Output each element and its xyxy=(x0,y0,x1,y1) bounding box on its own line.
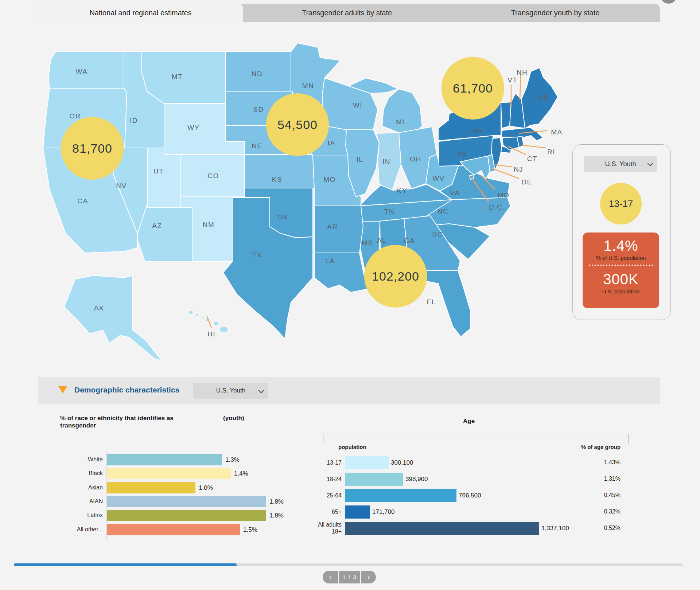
race-bar-value: 1.4% xyxy=(234,470,248,477)
age-percent-value: 1.43% xyxy=(573,459,621,466)
state-MT[interactable] xyxy=(142,52,225,103)
race-row-label: Asian xyxy=(44,484,103,491)
state-label-WA: WA xyxy=(76,68,88,75)
age-bar-65[interactable] xyxy=(345,505,370,519)
age-row-label: 65+ xyxy=(287,508,342,515)
state-label-CT: CT xyxy=(527,155,537,163)
state-label-MS: MS xyxy=(362,239,373,247)
population-value: 300K xyxy=(583,271,659,288)
state-label-NH: NH xyxy=(517,69,528,76)
state-AR[interactable] xyxy=(314,206,363,253)
state-label-NJ: NJ xyxy=(514,165,523,173)
state-label-LA: LA xyxy=(325,257,335,265)
state-HI-island-1[interactable] xyxy=(196,314,199,316)
geography-dropdown-value: U.S. Youth xyxy=(605,160,636,168)
race-row-label: White xyxy=(44,456,103,463)
state-label-OR: OR xyxy=(69,112,81,120)
triangle-down-icon[interactable] xyxy=(58,386,67,394)
state-HI-island-5[interactable] xyxy=(220,327,228,333)
transgender-population-dashboard: { "tabs": [ {"label": "National and regi… xyxy=(0,0,700,590)
leader-line-NH xyxy=(520,75,521,100)
age-percent-value: 0.45% xyxy=(573,492,621,499)
age-bar-value: 1,337,100 xyxy=(541,525,569,532)
age-bar-alladults18[interactable] xyxy=(345,522,539,535)
race-bar-value: 1.5% xyxy=(243,526,257,534)
state-label-NE: NE xyxy=(252,142,262,150)
age-chart-bracket xyxy=(323,434,629,444)
state-AK[interactable] xyxy=(64,276,162,361)
state-label-AL: AL xyxy=(377,237,386,244)
leader-line-RI xyxy=(521,145,546,148)
race-bar-latinx[interactable] xyxy=(107,510,266,521)
race-bar-asian[interactable] xyxy=(107,482,195,493)
geography-dropdown[interactable]: U.S. Youth xyxy=(584,156,657,172)
race-bar-value: 1.8% xyxy=(269,512,284,519)
state-label-TX: TX xyxy=(252,251,262,259)
state-MI[interactable] xyxy=(382,89,422,133)
tab-youth-by-state[interactable]: Transgender youth by state xyxy=(451,4,660,22)
age-bar-1317[interactable] xyxy=(345,456,389,469)
state-label-WI: WI xyxy=(353,101,362,109)
state-label-NY: NY xyxy=(472,127,483,135)
age-group-label: 13-17 xyxy=(609,198,633,210)
state-label-GA: GA xyxy=(404,237,415,245)
state-label-FL: FL xyxy=(427,298,436,306)
state-label-CO: CO xyxy=(207,172,219,180)
state-label-VT: VT xyxy=(508,76,517,84)
prev-page-button[interactable]: ‹ xyxy=(323,571,338,583)
state-HI-island-0[interactable] xyxy=(188,311,193,314)
age-group-badge: 13-17 xyxy=(600,183,642,224)
state-label-KY: KY xyxy=(397,187,407,195)
dotted-divider xyxy=(589,265,653,266)
age-bar-value: 300,100 xyxy=(391,459,413,466)
state-label-SC: SC xyxy=(432,230,443,238)
race-chart-title-suffix: (youth) xyxy=(223,415,244,422)
tab-bar: National and regional estimates Transgen… xyxy=(38,4,660,22)
page-indicator: 1 / 3 xyxy=(339,571,360,583)
race-row-label: All other... xyxy=(44,526,103,533)
age-col-percent: % of age group xyxy=(569,444,621,450)
race-bar-allother[interactable] xyxy=(107,524,240,535)
tab-adults-by-state[interactable]: Transgender adults by state xyxy=(243,4,451,22)
age-percent-value: 1.31% xyxy=(573,476,621,482)
state-label-MO: MO xyxy=(323,176,336,183)
state-label-WV: WV xyxy=(432,175,445,182)
state-AZ[interactable] xyxy=(137,204,192,262)
state-HI-island-4[interactable] xyxy=(213,322,218,326)
race-bar-value: 1.3% xyxy=(225,456,240,464)
region-estimate-south: 102,200 xyxy=(372,269,419,283)
state-label-KS: KS xyxy=(272,176,282,183)
state-label-NC: NC xyxy=(438,207,448,215)
race-bar-black[interactable] xyxy=(107,468,231,479)
race-bar-aian[interactable] xyxy=(107,496,266,507)
population-stat-card: 1.4% % of U.S. population 300K U.S. popu… xyxy=(583,233,659,308)
tab-national-regional[interactable]: National and regional estimates xyxy=(38,4,243,22)
age-bar-1824[interactable] xyxy=(345,473,403,486)
state-label-NM: NM xyxy=(203,221,215,228)
scrollbar-thumb[interactable] xyxy=(14,563,237,566)
race-row-label: Latinx xyxy=(44,512,103,519)
state-HI-island-2[interactable] xyxy=(201,316,204,319)
horizontal-scrollbar[interactable] xyxy=(14,563,682,566)
state-label-AZ: AZ xyxy=(152,222,162,230)
next-page-button[interactable]: › xyxy=(361,571,376,583)
state-label-OH: OH xyxy=(410,155,421,163)
population-caption: U.S. population xyxy=(583,288,659,294)
age-bar-2564[interactable] xyxy=(345,489,456,502)
age-percent-value: 0.32% xyxy=(573,508,621,515)
summary-panel: U.S. Youth 13-17 1.4% % of U.S. populati… xyxy=(572,144,671,320)
age-bar-value: 171,700 xyxy=(372,508,394,516)
corner-button[interactable] xyxy=(660,0,677,4)
state-label-HI: HI xyxy=(207,330,215,338)
state-label-DC: D.C. xyxy=(489,203,505,211)
age-col-population: population xyxy=(338,444,366,450)
demographics-dropdown[interactable]: U.S. Youth xyxy=(193,383,268,399)
age-bar-value: 398,900 xyxy=(405,476,428,483)
chevron-down-icon xyxy=(648,161,653,167)
state-label-VA: VA xyxy=(450,189,460,197)
age-chart-title: Age xyxy=(463,418,475,425)
age-row-label: 18-24 xyxy=(287,476,342,482)
state-LA[interactable] xyxy=(314,253,370,292)
race-bar-white[interactable] xyxy=(107,454,222,465)
state-label-ID: ID xyxy=(130,117,138,124)
